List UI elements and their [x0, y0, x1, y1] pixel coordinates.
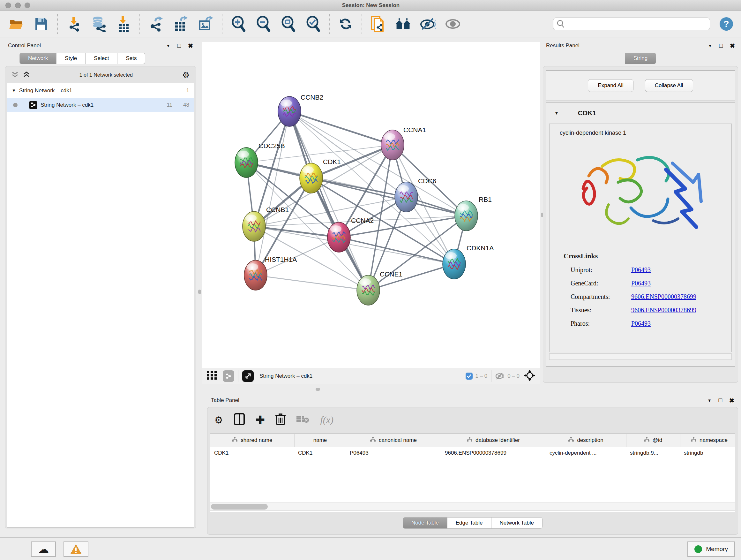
- show-columns-icon[interactable]: [234, 413, 245, 427]
- edge-HIST1H1A-CCNE1[interactable]: [256, 275, 368, 290]
- export-table-button[interactable]: [173, 16, 189, 32]
- search-box[interactable]: [553, 17, 710, 30]
- node-CDC25B[interactable]: CDC25B: [235, 142, 285, 178]
- network-options-gear-icon[interactable]: ⚙: [182, 70, 190, 80]
- warnings-button[interactable]: [64, 542, 88, 557]
- column-header-description[interactable]: description: [546, 434, 626, 447]
- table-panel-close-button[interactable]: ✖: [729, 397, 734, 404]
- expand-all-networks-icon[interactable]: [23, 71, 30, 79]
- crosslink-link[interactable]: 9606.ENSP00000378699: [631, 307, 696, 314]
- table-cell[interactable]: CDK1: [210, 447, 294, 459]
- edge-CCNA2-CDKN1A[interactable]: [339, 237, 454, 264]
- table-cell[interactable]: 9606.ENSP00000378699: [441, 447, 546, 459]
- tab-string[interactable]: String: [625, 53, 656, 64]
- scrollbar-thumb[interactable]: [211, 504, 268, 509]
- home-networks-button[interactable]: [395, 16, 411, 32]
- hide-details-button[interactable]: [420, 16, 436, 32]
- export-network-button[interactable]: [148, 16, 164, 32]
- column-header-@id[interactable]: @id: [626, 434, 680, 447]
- network-canvas[interactable]: CCNB2CCNA1CDC25BCDK1CDC6RB1CCNB1CCNA2CDK…: [202, 42, 540, 368]
- expand-all-button[interactable]: Expand All: [588, 79, 633, 92]
- grid-view-icon[interactable]: [207, 371, 218, 381]
- table-horizontal-scrollbar[interactable]: [210, 503, 735, 511]
- column-header-namespace[interactable]: namespace: [680, 434, 735, 447]
- search-input[interactable]: [565, 20, 706, 27]
- crosslink-link[interactable]: P06493: [631, 280, 651, 287]
- save-session-button[interactable]: [33, 16, 50, 32]
- zoom-in-button[interactable]: [230, 16, 247, 32]
- gene-expand-icon[interactable]: ▼: [554, 111, 559, 116]
- help-button[interactable]: ?: [720, 17, 733, 30]
- node-CCNB1[interactable]: CCNB1: [243, 206, 289, 241]
- open-session-button[interactable]: [8, 16, 24, 32]
- cloud-status-button[interactable]: ☁: [31, 542, 56, 557]
- crosslink-link[interactable]: P06493: [631, 320, 651, 327]
- tab-select[interactable]: Select: [85, 53, 118, 64]
- selected-checkbox-icon[interactable]: [466, 373, 473, 380]
- fit-content-crosshair-icon[interactable]: [524, 370, 536, 382]
- results-panel-menu-button[interactable]: ▼: [708, 44, 712, 48]
- table-panel-menu-button[interactable]: ▼: [708, 398, 712, 403]
- edge-CCNB2-CCNA1[interactable]: [289, 111, 393, 145]
- import-network-from-database-button[interactable]: [90, 16, 107, 32]
- edge-CCNB1-CCNA2[interactable]: [254, 226, 339, 237]
- bottom-splitter-handle[interactable]: [316, 388, 320, 391]
- collapse-all-button[interactable]: Collapse All: [645, 79, 693, 92]
- network-row[interactable]: String Network – cdk1 11 48: [7, 98, 194, 112]
- apply-layout-button[interactable]: [337, 16, 354, 32]
- column-header-canonical-name[interactable]: canonical name: [346, 434, 441, 447]
- control-panel-float-button[interactable]: □: [178, 42, 181, 49]
- edge-CCNB2-RB1[interactable]: [289, 111, 466, 216]
- table-cell[interactable]: P06493: [346, 447, 441, 459]
- column-header-shared-name[interactable]: shared name: [210, 434, 294, 447]
- column-header-database-identifier[interactable]: database identifier: [441, 434, 546, 447]
- tab-node-table[interactable]: Node Table: [403, 517, 448, 529]
- zoom-fit-button[interactable]: [280, 16, 296, 32]
- tab-network[interactable]: Network: [19, 53, 57, 64]
- tab-style[interactable]: Style: [57, 53, 85, 64]
- network-view-type-icon[interactable]: [223, 370, 234, 382]
- delete-table-icon[interactable]: [296, 415, 309, 425]
- import-table-button[interactable]: [115, 16, 132, 32]
- node-table[interactable]: shared namenamecanonical namedatabase id…: [210, 434, 735, 512]
- node-HIST1H1A[interactable]: HIST1H1A: [244, 256, 297, 290]
- results-panel-close-button[interactable]: ✖: [730, 42, 735, 50]
- zoom-out-button[interactable]: [255, 16, 272, 32]
- tab-edge-table[interactable]: Edge Table: [448, 517, 491, 529]
- birdseye-view-icon[interactable]: [242, 370, 254, 382]
- table-cell[interactable]: CDK1: [294, 447, 346, 459]
- results-scroll-strip[interactable]: [549, 354, 732, 360]
- table-cell[interactable]: stringdb:9...: [626, 447, 680, 459]
- left-splitter-handle[interactable]: [198, 290, 201, 294]
- tab-network-table[interactable]: Network Table: [491, 517, 542, 529]
- export-image-button[interactable]: [198, 16, 214, 32]
- collapse-all-networks-icon[interactable]: [11, 71, 18, 79]
- crosslink-link[interactable]: 9606.ENSP00000378699: [631, 293, 696, 300]
- column-header-name[interactable]: name: [294, 434, 346, 447]
- table-panel-float-button[interactable]: □: [719, 397, 722, 404]
- memory-button[interactable]: Memory: [687, 542, 735, 557]
- network-collection-row[interactable]: ▼ String Network – cdk1 1: [7, 83, 194, 98]
- results-panel-float-button[interactable]: □: [719, 42, 723, 49]
- node-CDKN1A[interactable]: CDKN1A: [443, 244, 494, 279]
- import-network-button[interactable]: [65, 16, 82, 32]
- table-cell[interactable]: stringdb: [680, 447, 735, 459]
- delete-columns-icon[interactable]: [275, 413, 286, 427]
- table-options-gear-icon[interactable]: ⚙: [214, 415, 223, 426]
- collection-expand-icon[interactable]: ▼: [12, 88, 16, 93]
- show-details-button[interactable]: [445, 16, 461, 32]
- table-row[interactable]: CDK1CDK1P064939606.ENSP00000378699cyclin…: [210, 447, 735, 459]
- tab-sets[interactable]: Sets: [118, 53, 145, 64]
- control-panel-menu-button[interactable]: ▼: [166, 44, 171, 48]
- node-label-HIST1H1A: HIST1H1A: [265, 256, 297, 263]
- zoom-selected-button[interactable]: [305, 16, 321, 32]
- crosslink-link[interactable]: P06493: [631, 266, 651, 273]
- edge-CCNB2-CCNE1[interactable]: [289, 111, 368, 290]
- control-panel-close-button[interactable]: ✖: [188, 42, 193, 50]
- table-cell[interactable]: cyclin-dependent ...: [546, 447, 626, 459]
- node-RB1[interactable]: RB1: [455, 196, 492, 231]
- node-CCNE1[interactable]: CCNE1: [357, 270, 402, 305]
- string-import-button[interactable]: [370, 16, 387, 32]
- create-column-icon[interactable]: ✚: [256, 414, 265, 426]
- function-builder-icon[interactable]: f(x): [320, 415, 333, 425]
